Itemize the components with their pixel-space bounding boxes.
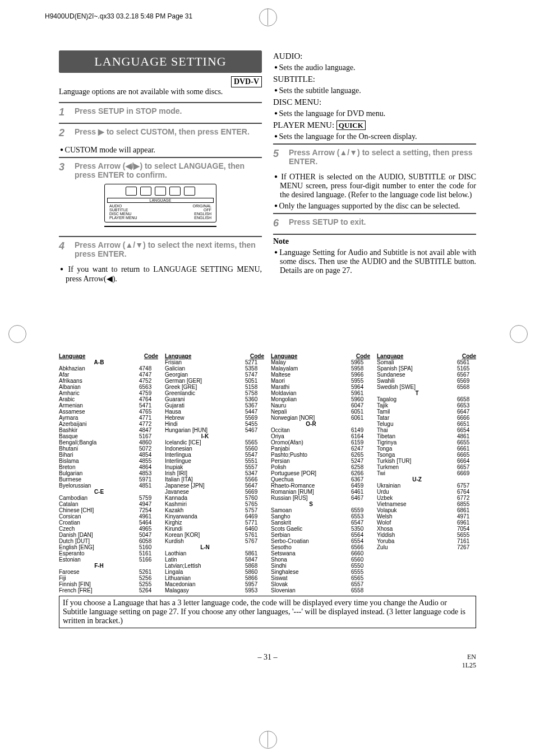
code-row: Byelorussian4851	[59, 483, 158, 489]
code-row: French [FRE]5264	[59, 587, 158, 593]
step-number: 2	[59, 127, 72, 139]
step-2-note: CUSTOM mode will appear.	[59, 146, 262, 155]
code-row: Thai6654	[377, 427, 476, 433]
code-row: Russian [RUS]6467	[271, 495, 370, 501]
code-row: Sesotho6566	[271, 544, 370, 550]
code-row: German [GER]5051	[165, 378, 264, 384]
code-row: Armenian5471	[59, 402, 158, 409]
code-row: Arabic4764	[59, 396, 158, 402]
step-text: Press Arrow (▲/▼) to select the next ite…	[75, 240, 261, 258]
table-footnote: If you choose a Language that has a 3 le…	[59, 596, 476, 628]
code-row: Malagasy5953	[165, 587, 264, 593]
code-row: Slovenian6558	[271, 587, 370, 593]
code-row: Azerbaijani4772	[59, 421, 158, 427]
step-3: 3 Press Arrow (◀/▶) to select LANGUAGE, …	[59, 157, 262, 236]
code-row: Finnish [FIN]5255	[59, 581, 158, 587]
code-row: Tibetan4861	[377, 433, 476, 439]
code-row: Tonga6661	[377, 446, 476, 452]
code-row: Swahili6569	[377, 378, 476, 384]
step-text: Press Arrow (▲/▼) to select a setting, t…	[289, 148, 475, 166]
code-column: LanguageCodeMalay5965Malayalam5958Maltes…	[271, 353, 370, 593]
osd-screen-icon	[140, 187, 151, 196]
code-row: Kannada5760	[165, 495, 264, 501]
code-row: Laothian5861	[165, 550, 264, 556]
code-row: Galician5358	[165, 365, 264, 372]
step-2: 2 Press ▶ to select CUSTOM, then press E…	[59, 123, 262, 143]
osd-screen-icon	[184, 187, 195, 196]
code-row: Siswat6565	[271, 575, 370, 581]
code-row: Icelandic [ICE]5565	[165, 439, 264, 446]
intro-text: Language options are not available with …	[59, 87, 262, 96]
code-row: Afrikaans4752	[59, 378, 158, 384]
code-row: Xhosa7054	[377, 526, 476, 532]
code-row: Ukrainian6757	[377, 483, 476, 489]
code-row: Sundanese6567	[377, 372, 476, 378]
section-title: LANGUAGE SETTING	[59, 50, 262, 73]
code-row: Assamese4765	[59, 409, 158, 415]
registration-mark-right	[510, 325, 527, 342]
code-row: Danish [DAN]5047	[59, 532, 158, 538]
code-row: Swedish [SWE]6568	[377, 384, 476, 390]
subtitle-heading: SUBTITLE:	[273, 75, 476, 84]
code-row: Serbo-Croatian6554	[271, 538, 370, 544]
code-row: Polish6258	[271, 464, 370, 470]
code-row: Amharic4759	[59, 390, 158, 396]
step-number: 5	[273, 148, 287, 160]
code-row: Bashkir4847	[59, 427, 158, 433]
code-row: Hungarian [HUN]5467	[165, 427, 264, 433]
code-row: Greenlandic5758	[165, 390, 264, 396]
code-row: Yiddish5655	[377, 532, 476, 538]
code-row: Irish [IRI]5347	[165, 470, 264, 476]
audio-heading: AUDIO:	[273, 52, 476, 61]
step-6: 6 Press SETUP to exit.	[273, 213, 476, 235]
code-row: Tsonga6665	[377, 452, 476, 458]
subtitle-desc: Sets the subtitle language.	[273, 86, 476, 95]
code-row: Somali6561	[377, 359, 476, 365]
code-row: Sangho6553	[271, 513, 370, 520]
code-row: Tigrinya6655	[377, 439, 476, 446]
step-text: Press SETUP to exit.	[289, 217, 475, 226]
code-row: Portuguese [POR]6266	[271, 470, 370, 476]
code-row: Lingala5860	[165, 569, 264, 575]
note-heading: Note	[273, 237, 476, 246]
code-row: Japanese [JPN]5647	[165, 483, 264, 489]
code-row: Shona6560	[271, 556, 370, 563]
step-number: 4	[59, 240, 72, 252]
code-row: Kirundi6460	[165, 526, 264, 532]
code-row: Burmese5971	[59, 476, 158, 483]
code-row: Macedonian5957	[165, 581, 264, 587]
step-5-note-a: If OTHER is selected on the AUDIO, SUBTI…	[273, 173, 476, 200]
code-row: Abkhazian4748	[59, 365, 158, 372]
playermenu-desc: Sets the language for the On-screen disp…	[273, 132, 476, 141]
code-row: Greek [GRE]5158	[165, 384, 264, 390]
step-number: 1	[59, 106, 72, 118]
code-row: Chinese [CHI]7254	[59, 507, 158, 513]
code-row: Vietnamese6855	[377, 501, 476, 507]
code-row: Bihari4854	[59, 452, 158, 458]
code-row: Scots Gaelic5350	[271, 526, 370, 532]
code-row: Zulu7267	[377, 544, 476, 550]
step-5-note-b: Only the languages supported by the disc…	[273, 202, 476, 211]
code-row: Corsican4961	[59, 513, 158, 520]
code-row: Malayalam5958	[271, 365, 370, 372]
code-row: I-K	[165, 433, 264, 439]
code-row: S	[271, 501, 370, 507]
code-row: Telugu6651	[377, 421, 476, 427]
code-row: Romanian [RUM]6461	[271, 489, 370, 495]
code-row: Maori5955	[271, 378, 370, 384]
code-row: Oriya6164	[271, 433, 370, 439]
language-code-table: LanguageCodeA-BAbkhazian4748Afar4747Afri…	[59, 353, 476, 628]
note-body: Language Setting for Audio and Subtitle …	[273, 248, 476, 275]
code-column: LanguageCodeSomali6561Spanish [SPA]5165S…	[377, 353, 476, 593]
code-row: Norwegian [NOR]6061	[271, 415, 370, 421]
code-row: Tamil6647	[377, 409, 476, 415]
code-row: Singhalese6555	[271, 569, 370, 575]
print-header: H9400UD(EN)2î~.qx33 03.2.18 5:48 PM Page…	[45, 12, 192, 20]
discmenu-desc: Sets the language for DVD menu.	[273, 109, 476, 118]
code-row: Afar4747	[59, 372, 158, 378]
quick-badge: QUICK	[336, 120, 366, 130]
code-row: Inupiak5557	[165, 464, 264, 470]
code-row: U-Z	[377, 476, 476, 483]
code-row: Nauru6047	[271, 402, 370, 409]
code-row: Occitan6149	[271, 427, 370, 433]
